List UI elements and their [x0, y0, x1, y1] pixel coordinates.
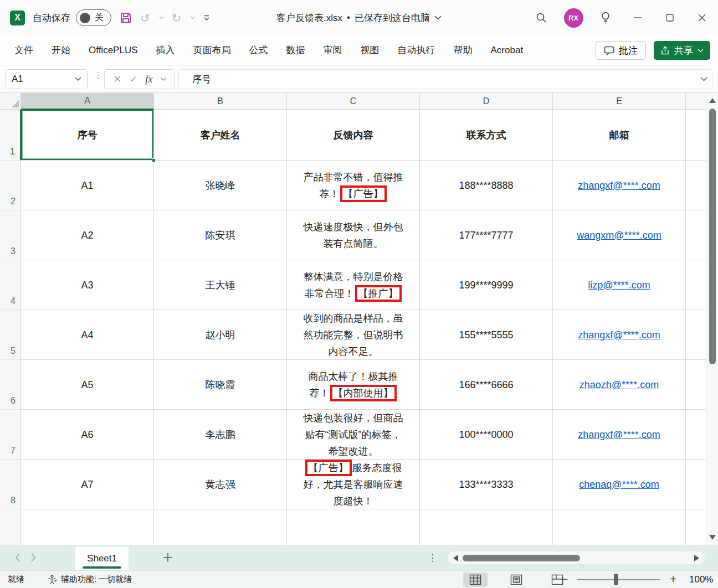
cell-C2[interactable]: 产品非常不错，值得推荐！【广告】	[287, 161, 420, 210]
cell-E4[interactable]: lizp@****.com	[553, 260, 686, 310]
email-link[interactable]: zhangxf@****.com	[578, 327, 660, 343]
cell-B8[interactable]: 黄志强	[154, 460, 287, 509]
row-number-2[interactable]: 2	[0, 161, 21, 210]
zoom-in-button[interactable]: +	[666, 573, 680, 586]
row-number-3[interactable]: 3	[0, 210, 21, 260]
cell-E8[interactable]: chenaq@****.com	[553, 460, 686, 509]
horizontal-scrollbar[interactable]	[448, 551, 705, 564]
cell-E5[interactable]: zhangxf@****.com	[553, 310, 686, 360]
tab-acrobat[interactable]: Acrobat	[491, 45, 524, 56]
row-number-5[interactable]: 5	[0, 310, 21, 360]
cell-D8[interactable]: 133****3333	[420, 460, 553, 509]
column-header-partial[interactable]	[686, 93, 706, 110]
zoom-slider-thumb[interactable]	[614, 574, 618, 585]
cell-C4[interactable]: 整体满意，特别是价格非常合理！【推广】	[287, 260, 420, 310]
account-avatar[interactable]: RX	[557, 0, 589, 35]
cell-E2[interactable]: zhangxf@****.com	[553, 161, 686, 210]
vertical-scrollbar-thumb[interactable]	[709, 109, 716, 364]
autosave-toggle[interactable]: 关	[76, 9, 111, 26]
tab-view[interactable]: 视图	[361, 44, 379, 56]
cell-stub[interactable]	[686, 210, 706, 260]
close-button[interactable]	[686, 0, 718, 35]
cell-stub[interactable]	[686, 509, 706, 545]
cell-B2[interactable]: 张晓峰	[154, 161, 287, 210]
cell-stub[interactable]	[686, 460, 706, 509]
tab-home[interactable]: 开始	[52, 44, 70, 56]
horizontal-scrollbar-thumb[interactable]	[463, 555, 580, 561]
scroll-left-icon[interactable]	[453, 555, 458, 561]
zoom-out-button[interactable]: −	[557, 573, 572, 586]
tab-page-layout[interactable]: 页面布局	[193, 44, 231, 56]
tab-officeplus[interactable]: OfficePLUS	[89, 45, 138, 56]
formula-bar-grip[interactable]: ⋮	[94, 73, 99, 77]
cell-A3[interactable]: A2	[21, 210, 154, 260]
page-layout-view-button[interactable]	[504, 572, 529, 587]
cell-B1[interactable]: 客户姓名	[154, 110, 287, 161]
share-button[interactable]: 共享	[654, 41, 710, 60]
cell-C8[interactable]: 【广告】服务态度很好，尤其是客服响应速度超快！	[287, 460, 420, 509]
email-link[interactable]: zhangxf@****.com	[578, 177, 660, 194]
cell-B5[interactable]: 赵小明	[154, 310, 287, 360]
cell-D3[interactable]: 177****7777	[420, 210, 553, 260]
cell-C1[interactable]: 反馈内容	[287, 110, 420, 161]
add-sheet-button[interactable]	[163, 553, 173, 563]
undo-icon[interactable]: ↺	[140, 12, 150, 24]
row-number-6[interactable]: 6	[0, 360, 21, 410]
column-header-a[interactable]: A	[21, 93, 154, 110]
title-chevron-down-icon[interactable]	[434, 16, 442, 20]
cell-D5[interactable]: 155****5555	[420, 310, 553, 360]
column-header-b[interactable]: B	[154, 93, 287, 110]
formula-input[interactable]: 序号	[178, 69, 712, 89]
zoom-slider[interactable]	[577, 579, 660, 580]
insert-function-icon[interactable]: fx	[145, 74, 152, 85]
cell-D1[interactable]: 联系方式	[420, 110, 553, 161]
sheet-options-icon[interactable]: ⋮	[428, 545, 437, 570]
cell-C5[interactable]: 收到的商品是样品，虽然功能完整，但说明书内容不足。	[287, 310, 420, 360]
comments-button[interactable]: 批注	[596, 41, 646, 60]
fill-handle[interactable]	[152, 158, 156, 162]
email-link[interactable]: zhaozh@****.com	[579, 376, 659, 393]
cell-E6[interactable]: zhaozh@****.com	[553, 360, 686, 410]
row-number-1[interactable]: 1	[0, 110, 21, 161]
tab-insert[interactable]: 插入	[156, 44, 175, 56]
maximize-button[interactable]	[654, 0, 686, 35]
scroll-right-icon[interactable]	[694, 555, 699, 561]
autosave-control[interactable]: 自动保存 关	[33, 9, 111, 26]
cell-B7[interactable]: 李志鹏	[154, 410, 287, 460]
lightbulb-icon[interactable]	[589, 0, 622, 35]
email-link[interactable]: lizp@****.com	[588, 277, 650, 293]
cell-empty[interactable]	[154, 509, 287, 545]
cell-C3[interactable]: 快递速度极快，但外包装有点简陋。	[287, 210, 420, 260]
cell-stub[interactable]	[686, 360, 706, 410]
cell-C6[interactable]: 商品太棒了！极其推荐！【内部使用】	[287, 360, 420, 410]
save-icon[interactable]	[119, 11, 132, 24]
name-box[interactable]: A1	[6, 69, 88, 89]
cell-A1[interactable]: 序号	[21, 110, 154, 161]
column-header-d[interactable]: D	[420, 93, 553, 110]
sheet-nav-next-icon[interactable]	[25, 545, 41, 570]
cell-empty[interactable]	[287, 509, 420, 545]
cell-D6[interactable]: 166****6666	[420, 360, 553, 410]
zoom-level[interactable]: 100%	[689, 574, 713, 585]
cell-D7[interactable]: 100****0000	[420, 410, 553, 460]
select-all-button[interactable]	[0, 93, 21, 110]
row-number-7[interactable]: 7	[0, 410, 21, 460]
search-icon[interactable]	[525, 0, 557, 35]
formula-bar-expand-icon[interactable]	[700, 77, 707, 81]
tab-data[interactable]: 数据	[286, 44, 305, 56]
vertical-scrollbar[interactable]	[706, 93, 718, 545]
email-link[interactable]: wangxm@****.com	[577, 227, 661, 244]
row-number-4[interactable]: 4	[0, 260, 21, 310]
cell-A6[interactable]: A5	[21, 360, 154, 410]
minimize-button[interactable]	[622, 0, 654, 35]
cell-A7[interactable]: A6	[21, 410, 154, 460]
cell-stub[interactable]	[686, 161, 706, 210]
cell-C7[interactable]: 快递包装很好，但商品贴有“测试版”的标签，希望改进。	[287, 410, 420, 460]
tab-review[interactable]: 审阅	[324, 44, 342, 56]
cell-stub[interactable]	[686, 410, 706, 460]
cell-stub[interactable]	[686, 260, 706, 310]
cell-A2[interactable]: A1	[21, 161, 154, 210]
cell-stub[interactable]	[686, 310, 706, 360]
row-number-blank[interactable]	[0, 509, 21, 545]
cell-D4[interactable]: 199****9999	[420, 260, 553, 310]
